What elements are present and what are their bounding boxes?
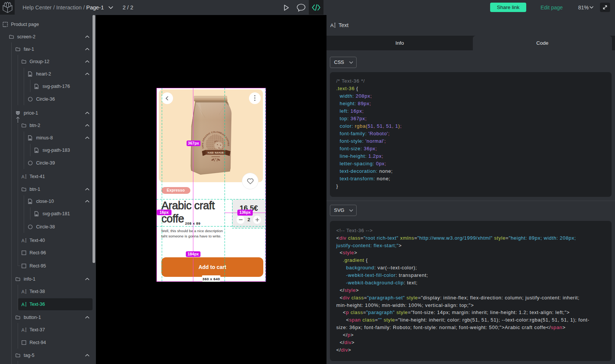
svg-text:A: A	[21, 328, 24, 332]
svg-text:A: A	[21, 302, 24, 307]
svg-text:A: A	[21, 174, 24, 179]
svg-text:A: A	[21, 289, 24, 294]
svg-text:A: A	[21, 238, 24, 243]
svg-text:A: A	[330, 23, 334, 28]
